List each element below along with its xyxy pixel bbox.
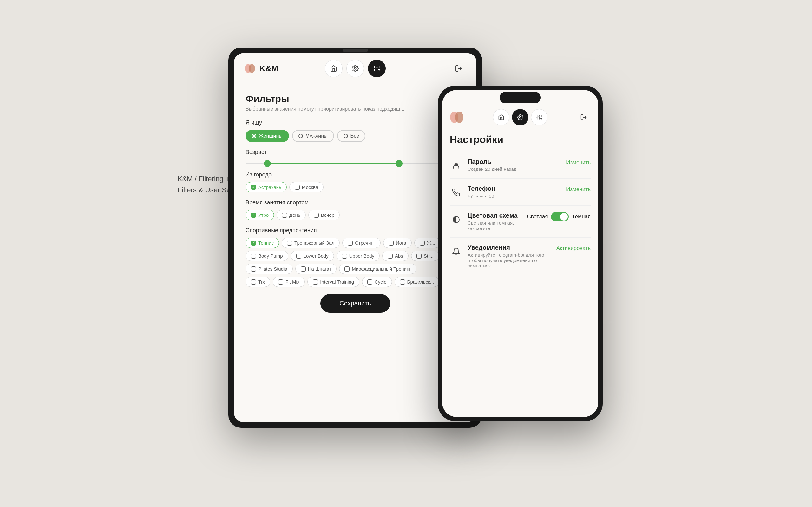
sport-interval-checkbox (313, 279, 318, 285)
sport-myofascial-label: Миофасциальный Тренинг (352, 266, 411, 272)
sport-morning-option[interactable]: ✓ Утро (246, 210, 274, 220)
sport-brazil-label: Бразильск... (407, 279, 434, 285)
svg-point-27 (455, 164, 456, 165)
settings-password-change[interactable]: Изменить (566, 159, 591, 166)
sport-trx-checkbox (251, 279, 256, 285)
save-button-wrap: Сохранить (246, 294, 465, 319)
sport-trx-label: Trx (258, 279, 265, 285)
gender-all-label: Все (351, 133, 359, 139)
sport-tennis-label: Теннис (258, 240, 274, 245)
svg-point-1 (249, 64, 255, 73)
tablet-exit-button[interactable] (450, 60, 467, 77)
sport-stretching-option[interactable]: Стречинг (342, 238, 380, 248)
sport-day-checkbox (282, 213, 287, 218)
save-button[interactable]: Сохранить (320, 294, 390, 313)
sport-stretching-checkbox (348, 240, 353, 245)
city-label: Из города (246, 171, 465, 178)
sport-morning-label: Утро (258, 212, 269, 218)
sport-gym-checkbox (287, 240, 292, 245)
sport-abs-checkbox (388, 253, 393, 259)
sport-fitmix-checkbox (278, 279, 283, 285)
sport-yoga-option[interactable]: Йога (383, 238, 412, 248)
toggle-thumb (560, 213, 568, 221)
sport-interval-option[interactable]: Interval Training (307, 277, 359, 287)
age-slider-thumb-left[interactable] (264, 160, 271, 167)
settings-password-info: Пароль Создан 20 дней назад (467, 158, 561, 172)
sport-myofascial-checkbox (345, 267, 350, 272)
settings-item-phone: Телефон +7 ··· ··· ·· 00 Изменить (450, 179, 591, 206)
sport-bodypump-option[interactable]: Body Pump (246, 250, 288, 261)
city-moscow-checkbox (295, 185, 300, 190)
sport-str-label: Str... (424, 253, 434, 259)
sport-brazil-option[interactable]: Бразильск... (395, 277, 440, 287)
gender-all-dot (344, 134, 348, 138)
sport-str-option[interactable]: Str... (411, 250, 439, 261)
age-label: Возраст (246, 149, 267, 156)
sport-prefs-row2: Body Pump Lower Body Upper Body Abs (246, 250, 465, 261)
settings-item-notifications: Уведомления Активируйте Telegram-bot для… (450, 238, 591, 275)
gender-men-option[interactable]: Мужчины (292, 130, 334, 142)
sport-bodypump-checkbox (251, 253, 256, 259)
sport-evening-option[interactable]: Вечер (308, 210, 340, 220)
sport-lowerbody-option[interactable]: Lower Body (291, 250, 334, 261)
tablet-header: K&M (234, 53, 476, 84)
tablet-settings-button[interactable] (346, 60, 364, 77)
age-slider-track[interactable] (246, 163, 465, 164)
gender-all-option[interactable]: Все (337, 130, 366, 142)
city-astrahan-label: Астрахань (258, 184, 281, 190)
gender-women-option[interactable]: Женщины (246, 130, 289, 142)
age-slider-thumb-right[interactable] (396, 160, 403, 167)
settings-colorscheme-info: Цветовая схема Светлая или темная,как хо… (467, 212, 522, 231)
settings-phone-change[interactable]: Изменить (566, 186, 591, 193)
sport-upperbody-label: Upper Body (349, 253, 374, 259)
phone-settings-button[interactable] (512, 109, 528, 125)
sport-gym-label: Тренажерный Зал (294, 240, 334, 245)
sport-interval-label: Interval Training (320, 279, 354, 285)
tablet-notch (343, 49, 368, 52)
sport-cycle-label: Cycle (374, 279, 387, 285)
color-scheme-toggle[interactable] (551, 212, 569, 222)
phone-equalizer-button[interactable] (531, 109, 548, 125)
settings-item-color-scheme: Цветовая схема Светлая или темная,как хо… (450, 206, 591, 238)
phone-home-button[interactable] (493, 109, 509, 125)
sport-pilates-label: Pilates Studia (258, 266, 287, 272)
sport-bodypump-label: Body Pump (258, 253, 283, 259)
sport-gym-option[interactable]: Тренажерный Зал (282, 238, 340, 248)
age-slider-fill (267, 163, 399, 164)
logo-icon (244, 62, 256, 75)
sport-fitmix-option[interactable]: Fit Mix (273, 277, 305, 287)
settings-notifications-activate[interactable]: Активировать (556, 245, 591, 251)
gender-men-label: Мужчины (305, 133, 328, 139)
city-astrahan-option[interactable]: ✓ Астрахань (246, 182, 287, 192)
gender-women-dot (252, 134, 256, 138)
filters-title: Фильтры (246, 94, 465, 104)
settings-notifications-info: Уведомления Активируйте Telegram-bot для… (467, 244, 551, 268)
phone-exit-button[interactable] (575, 109, 592, 125)
sport-more1-option[interactable]: Ж... (414, 238, 441, 248)
sport-morning-checkbox: ✓ (251, 213, 256, 218)
sport-brazil-checkbox (400, 279, 405, 285)
settings-phone-info: Телефон +7 ··· ··· ·· 00 (467, 185, 561, 199)
sport-pilates-option[interactable]: Pilates Studia (246, 264, 293, 274)
sport-cycle-option[interactable]: Cycle (362, 277, 392, 287)
sport-abs-option[interactable]: Abs (382, 250, 409, 261)
sport-yoga-label: Йога (396, 240, 406, 245)
tablet-exit-area (392, 60, 467, 77)
sport-tennis-checkbox: ✓ (251, 240, 256, 245)
sport-str-checkbox (416, 253, 421, 259)
sport-tennis-option[interactable]: ✓ Теннис (246, 238, 279, 248)
settings-notifications-sub: Активируйте Telegram-bot для того, чтобы… (467, 252, 551, 268)
sport-trx-option[interactable]: Trx (246, 277, 270, 287)
sport-day-label: День (289, 212, 300, 218)
sport-myofascial-option[interactable]: Миофасциальный Тренинг (339, 264, 416, 274)
color-scheme-row: Светлая Темная (527, 212, 591, 222)
tablet-home-button[interactable] (325, 60, 343, 77)
gender-section: Я ищу Женщины Мужчины Все (246, 119, 465, 142)
sport-day-option[interactable]: День (276, 210, 306, 220)
city-moscow-option[interactable]: Москва (289, 182, 323, 192)
age-section: Возраст 23-42 (246, 149, 465, 164)
sport-nashpagat-option[interactable]: На Шпагат (295, 264, 337, 274)
tablet-equalizer-button[interactable] (368, 60, 386, 77)
city-section: Из города ✓ Астрахань Москва (246, 171, 465, 192)
sport-upperbody-option[interactable]: Upper Body (337, 250, 380, 261)
